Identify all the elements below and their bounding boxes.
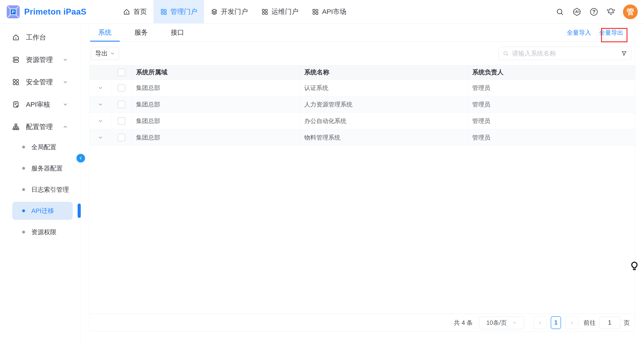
cell-owner: 管理员 — [468, 80, 635, 96]
tips-bulb-button[interactable] — [630, 261, 639, 272]
table-row: 集团总部 物料管理系统 管理员 — [90, 129, 635, 146]
cell-domain: 集团总部 — [132, 129, 300, 146]
tab-label: 系统 — [98, 28, 112, 37]
column-header-domain: 系统所属域 — [132, 65, 300, 80]
chevron-down-icon — [63, 102, 68, 107]
nav-item-ops-portal[interactable]: 运维门户 — [254, 0, 305, 24]
chevron-down-icon — [63, 57, 68, 62]
nav-item-label: 管理门户 — [170, 7, 197, 16]
toolbar: 导出 — [90, 42, 635, 65]
tab-service[interactable]: 服务 — [126, 24, 156, 42]
nav-item-admin-portal[interactable]: 管理门户 — [154, 0, 204, 24]
layers-icon — [211, 8, 218, 16]
question-glyph: ? — [589, 7, 599, 17]
prev-page-button[interactable] — [534, 316, 546, 329]
sidebar-subitem-log-index-mgmt[interactable]: 日志索引管理 — [12, 180, 73, 198]
tab-label: 服务 — [134, 28, 148, 37]
page-number-button[interactable]: 1 — [551, 316, 561, 329]
row-checkbox[interactable] — [118, 117, 125, 125]
row-expand-button[interactable] — [98, 135, 103, 140]
column-header-name: 系统名称 — [300, 65, 468, 80]
sidebar-subitem-api-migration[interactable]: API迁移 — [12, 202, 73, 220]
server-stack-icon — [12, 56, 20, 64]
nav-item-api-market[interactable]: API市场 — [305, 0, 353, 24]
top-header: P Primeton iPaaS 首页 管理门户 开发门户 — [0, 0, 644, 24]
sidebar-collapse-button[interactable] — [76, 154, 85, 162]
systems-table: 系统所属域 系统名称 系统负责人 集团总部 认证系统 管理员 集团总部 — [90, 65, 635, 146]
row-checkbox[interactable] — [118, 134, 125, 141]
ai-assistant-button[interactable]: AI — [572, 7, 582, 17]
full-import-link[interactable]: 全量导入 — [567, 29, 591, 37]
cell-name: 办公自动化系统 — [300, 113, 468, 129]
nav-item-home[interactable]: 首页 — [116, 0, 154, 24]
sidebar-item-workbench[interactable]: 工作台 — [0, 26, 80, 48]
search-icon — [556, 8, 564, 16]
row-checkbox[interactable] — [118, 101, 125, 108]
bullet-icon — [22, 188, 25, 191]
sidebar-subitem-label: 资源权限 — [31, 228, 56, 236]
sidebar-subitem-global-config[interactable]: 全局配置 — [12, 138, 73, 156]
audit-doc-icon — [12, 101, 20, 108]
sidebar-item-resource-mgmt[interactable]: 资源管理 — [0, 48, 80, 71]
bullet-icon — [22, 167, 25, 170]
notifications-button[interactable] — [606, 7, 616, 17]
chevron-left-icon — [538, 320, 542, 325]
help-button[interactable]: ? — [589, 7, 599, 17]
userbar: AI ? 管 — [555, 0, 638, 24]
tab-actions: 全量导入 全量导出 — [567, 24, 623, 42]
tab-label: 接口 — [171, 28, 184, 37]
tab-bar: 系统 服务 接口 全量导入 全量导出 — [90, 24, 635, 42]
tab-system[interactable]: 系统 — [90, 24, 120, 42]
table-header-row: 系统所属域 系统名称 系统负责人 — [90, 65, 635, 80]
grid-icon — [261, 8, 268, 16]
row-checkbox[interactable] — [118, 84, 125, 92]
row-expand-button[interactable] — [98, 85, 103, 90]
chevron-up-icon — [63, 124, 68, 130]
next-page-button[interactable] — [566, 316, 578, 329]
goto-page-input[interactable] — [599, 316, 620, 329]
column-header-owner: 系统负责人 — [468, 65, 635, 80]
sidebar-item-api-review[interactable]: API审核 — [0, 93, 80, 116]
sidebar-item-label: 配置管理 — [26, 122, 53, 132]
bullet-icon — [22, 146, 25, 148]
grid-icon — [312, 8, 319, 16]
export-dropdown-button[interactable]: 导出 — [91, 47, 119, 60]
cell-name: 认证系统 — [300, 80, 468, 96]
home-icon — [12, 34, 20, 41]
expand-column-header — [90, 65, 112, 80]
nav-item-label: 开发门户 — [221, 7, 248, 16]
cell-name: 物料管理系统 — [300, 129, 468, 146]
page-size-select[interactable]: 10条/页 — [479, 316, 524, 329]
filter-icon[interactable] — [621, 50, 627, 56]
nav-item-dev-portal[interactable]: 开发门户 — [204, 0, 254, 24]
sidebar-item-config-mgmt[interactable]: 配置管理 — [0, 116, 80, 138]
search-input[interactable] — [512, 50, 618, 57]
sidebar-item-label: 资源管理 — [26, 55, 53, 64]
sidebar-subitem-resource-permission[interactable]: 资源权限 — [12, 223, 73, 241]
select-all-cell — [112, 65, 132, 80]
sidebar-subitem-server-config[interactable]: 服务器配置 — [12, 159, 73, 177]
sidebar-item-label: 安全管理 — [26, 78, 53, 87]
brand-title: Primeton iPaaS — [24, 7, 86, 16]
chevron-down-icon — [98, 135, 103, 140]
brand: P Primeton iPaaS — [7, 0, 86, 24]
sidebar-item-label: 工作台 — [26, 33, 46, 42]
row-expand-button[interactable] — [98, 102, 103, 107]
full-export-link[interactable]: 全量导出 — [599, 29, 623, 37]
bullet-icon — [22, 209, 25, 212]
chevron-down-icon — [63, 80, 68, 85]
tab-interface[interactable]: 接口 — [162, 24, 192, 42]
top-navigation: 首页 管理门户 开发门户 运维门户 API市场 — [116, 0, 353, 24]
select-all-checkbox[interactable] — [118, 68, 125, 76]
user-avatar[interactable]: 管 — [623, 4, 638, 19]
row-expand-button[interactable] — [98, 118, 103, 124]
cell-owner: 管理员 — [468, 96, 635, 112]
sidebar-item-label: API审核 — [26, 100, 50, 109]
chevron-down-icon — [512, 320, 517, 325]
sidebar-item-security-mgmt[interactable]: 安全管理 — [0, 71, 80, 93]
brand-logo-icon: P — [7, 5, 20, 18]
chevron-down-icon — [98, 85, 103, 90]
pagination-bar: 共 4 条 10条/页 1 前往 页 — [90, 314, 635, 332]
search-button[interactable] — [555, 7, 565, 17]
grid-icon — [12, 78, 20, 86]
